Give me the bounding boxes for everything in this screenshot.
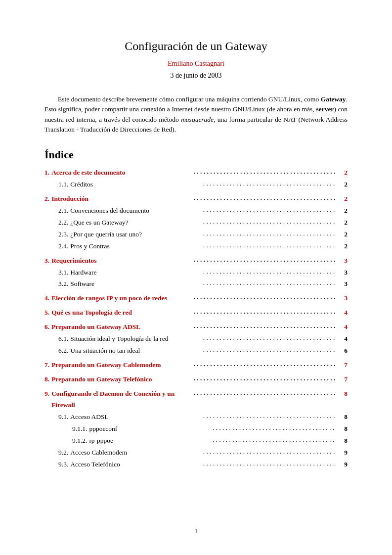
- toc-dots: [213, 434, 336, 446]
- toc-entry-number: 2.3.: [58, 229, 68, 240]
- toc-entry-page: 4: [338, 322, 348, 333]
- toc-entry-label: ¿Que es un Gateway?: [70, 217, 203, 229]
- toc-entry-label: ¿Por que querría usar uno?: [70, 229, 203, 240]
- toc-entry-number: 5.: [44, 307, 49, 319]
- toc-entry: 7. Preparando un Gateway Cablemodem 7: [44, 360, 348, 371]
- toc-entry: 6.1. Situación ideal y Topología de la r…: [44, 333, 348, 345]
- toc-entry-page: 2: [338, 229, 348, 240]
- toc-entry-number: 8.: [44, 374, 49, 385]
- toc-entry: 2. Introducción 2: [44, 193, 348, 205]
- toc-entry-page: 7: [338, 374, 348, 385]
- toc-entry-page: 7: [338, 360, 348, 371]
- toc-dots: [203, 411, 336, 422]
- toc-entry-page: 3: [338, 278, 348, 290]
- toc-entry-page: 8: [338, 412, 348, 423]
- toc-entry-label: Créditos: [70, 179, 203, 190]
- toc-entry-number: 2.2.: [58, 217, 68, 229]
- toc-dots: [194, 254, 336, 266]
- toc-entry-label: Configurando el Daemon de Conexión y un …: [51, 388, 193, 411]
- toc-entry: 9.1. Acceso ADSL 8: [44, 412, 348, 423]
- toc-dots: [203, 446, 336, 458]
- toc-entry-label: Requerimientos: [51, 255, 193, 267]
- toc-entry: 2.2. ¿Que es un Gateway? 2: [44, 217, 348, 229]
- toc-dots: [194, 373, 336, 384]
- toc-dots: [194, 166, 336, 178]
- toc-dots: [203, 458, 336, 469]
- toc-entry-page: 4: [338, 307, 348, 319]
- toc-entry-label: Acceso Telefónico: [70, 459, 203, 470]
- toc-entry-number: 9.2.: [58, 447, 68, 459]
- toc-entry: 1.1. Créditos 2: [44, 179, 348, 190]
- toc-entry-label: Qué es una Topología de red: [51, 307, 193, 319]
- toc-entry-number: 6.2.: [58, 345, 68, 357]
- toc-entry-number: 9.1.2.: [72, 435, 87, 447]
- toc-dots: [203, 332, 336, 344]
- toc-entry-page: 3: [338, 293, 348, 304]
- toc-entry-number: 1.1.: [58, 179, 68, 190]
- toc-dots: [194, 306, 336, 318]
- toc-entry-number: 6.: [44, 322, 49, 333]
- toc-entry-number: 2.: [44, 193, 49, 205]
- toc-entry-page: 2: [338, 205, 348, 217]
- toc-entry-label: pppoeconf: [89, 423, 212, 435]
- toc-dots: [203, 204, 336, 216]
- index-section: Índice 1. Acerca de este documento 21.1.…: [44, 148, 348, 470]
- toc-entry-label: Introducción: [51, 193, 193, 205]
- toc-entry: 3. Requerimientos 3: [44, 255, 348, 267]
- doc-author: Emiliano Castagnari: [44, 60, 348, 68]
- toc-entry-page: 9: [338, 459, 348, 470]
- toc-entry-label: Acceso Cablemodem: [70, 447, 203, 459]
- toc-entry-page: 8: [338, 388, 348, 400]
- toc-entry: 3.2. Software 3: [44, 278, 348, 290]
- toc-entry-page: 6: [338, 345, 348, 357]
- abstract: Este documento describe brevemente cómo …: [44, 94, 348, 135]
- toc-entry-page: 3: [338, 267, 348, 278]
- toc-entry: 2.4. Pros y Contras 2: [44, 241, 348, 252]
- toc-entry: 5. Qué es una Topología de red 4: [44, 307, 348, 319]
- toc-entry-page: 4: [338, 333, 348, 345]
- toc-entry-label: Preparando un Gateway Telefónico: [51, 374, 193, 385]
- toc-entry-number: 6.1.: [58, 333, 68, 345]
- toc-dots: [203, 278, 336, 289]
- toc-dots: [194, 321, 336, 332]
- toc-entry-page: 2: [338, 217, 348, 229]
- toc-entry-number: 7.: [44, 360, 49, 371]
- toc-entry: 9. Configurando el Daemon de Conexión y …: [44, 388, 348, 411]
- toc-entry: 3.1. Hardware 3: [44, 267, 348, 278]
- toc: 1. Acerca de este documento 21.1. Crédit…: [44, 167, 348, 470]
- doc-title: Configuración de un Gateway: [44, 40, 348, 53]
- toc-entry-label: Una situación no tan ideal: [70, 345, 203, 357]
- toc-dots: [203, 266, 336, 278]
- toc-dots: [194, 387, 336, 399]
- toc-entry-page: 9: [338, 447, 348, 459]
- toc-entry-page: 2: [338, 241, 348, 252]
- toc-entry: 6. Preparando un Gateway ADSL 4: [44, 322, 348, 333]
- toc-entry-label: Elección de rangos IP y un poco de redes: [51, 293, 193, 304]
- toc-entry: 9.2. Acceso Cablemodem 9: [44, 447, 348, 459]
- toc-dots: [203, 178, 336, 189]
- toc-entry: 9.1.2. rp-pppoe 8: [44, 435, 348, 447]
- toc-entry: 2.1. Convenciones del documento 2: [44, 205, 348, 217]
- toc-entry-page: 3: [338, 255, 348, 267]
- toc-dots: [203, 344, 336, 356]
- toc-entry-number: 3.: [44, 255, 49, 267]
- toc-entry-number: 9.3.: [58, 459, 68, 470]
- toc-dots: [194, 359, 336, 370]
- toc-entry-number: 9.1.1.: [72, 423, 87, 435]
- toc-entry-page: 2: [338, 193, 348, 205]
- toc-dots: [203, 216, 336, 228]
- toc-entry: 9.3. Acceso Telefónico 9: [44, 459, 348, 470]
- toc-entry-label: rp-pppoe: [89, 435, 212, 447]
- toc-entry-number: 3.2.: [58, 278, 68, 290]
- toc-entry-label: Hardware: [70, 267, 203, 278]
- page: Configuración de un Gateway Emiliano Cas…: [0, 0, 392, 555]
- toc-entry: 9.1.1. pppoeconf 8: [44, 423, 348, 435]
- toc-entry-number: 9.1.: [58, 412, 68, 423]
- toc-entry: 6.2. Una situación no tan ideal 6: [44, 345, 348, 357]
- toc-entry-label: Situación ideal y Topología de la red: [70, 333, 203, 345]
- toc-entry-page: 8: [338, 423, 348, 435]
- toc-entry-number: 4.: [44, 293, 49, 304]
- toc-entry-number: 1.: [44, 167, 49, 179]
- toc-entry-label: Acerca de este documento: [51, 167, 193, 179]
- toc-entry-label: Software: [70, 278, 203, 290]
